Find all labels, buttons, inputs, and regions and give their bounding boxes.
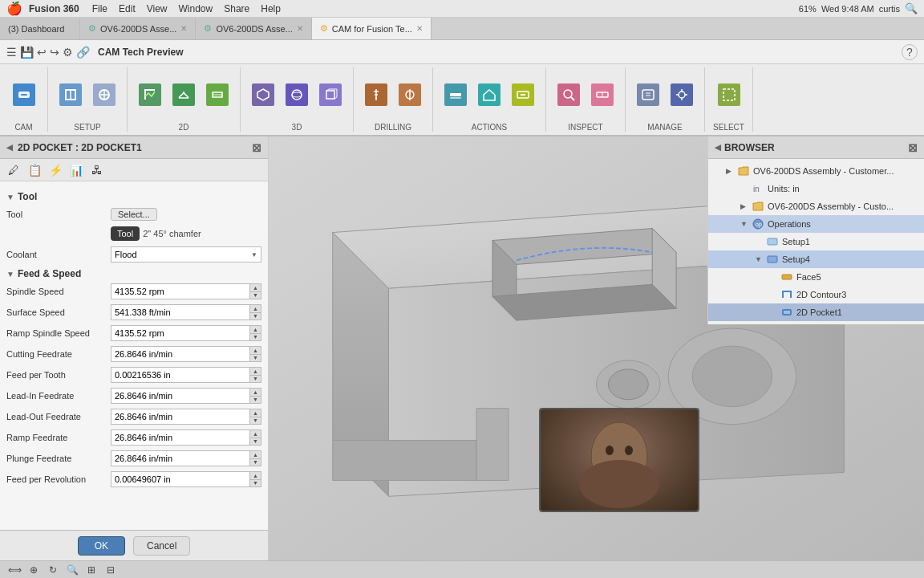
ramp-feedrate-spinner[interactable]: ▲ ▼ [249,430,261,445]
spindle-speed-field[interactable]: 4135.52 rpm [115,287,249,296]
cancel-button[interactable]: Cancel [133,536,190,556]
cutting-feedrate-field[interactable] [115,349,249,359]
tab-ov6-2[interactable]: ⚙ OV6-200DS Asse... ✕ [196,18,311,39]
ramp-feedrate-up[interactable]: ▲ [250,430,261,438]
feed-per-rev-spinner[interactable]: ▲ ▼ [249,472,261,486]
lead-out-spinner[interactable]: ▲ ▼ [249,409,261,424]
menu-share[interactable]: Share [219,3,254,14]
ramp-spindle-up[interactable]: ▲ [250,326,261,334]
panel-close-icon[interactable]: ⊠ [252,141,261,154]
lead-in-feedrate-field[interactable] [115,391,249,401]
setup-btn-1[interactable] [55,75,87,115]
manage-btn-1[interactable] [632,75,664,115]
plunge-feedrate-input[interactable]: ▲ ▼ [111,450,261,466]
browser-title-arrow[interactable]: ◀ [715,143,721,152]
apple-menu[interactable]: 🍎 [6,1,22,16]
menu-help[interactable]: Help [256,3,286,14]
plunge-up[interactable]: ▲ [250,451,261,459]
select-btn-1[interactable] [713,75,745,115]
inspect-btn-1[interactable] [553,75,585,115]
2d-btn-2[interactable] [168,75,200,115]
tab-dashboard[interactable]: (3) Dashboard [0,18,80,39]
tree-item-face5[interactable]: Face5 [708,268,924,286]
cutting-feedrate-up[interactable]: ▲ [250,347,261,355]
surface-speed-field[interactable] [115,307,249,317]
viewport[interactable]: TOP FRONT RIGHT ◀ BROWSER ⊠ ▶ OV [269,136,924,560]
plunge-down[interactable]: ▼ [250,459,261,466]
tree-item-setup4[interactable]: ▼ Setup4 [708,250,924,268]
feed-per-rev-input[interactable]: ▲ ▼ [111,471,261,487]
3d-btn-1[interactable] [247,75,279,115]
ramp-spindle-field[interactable] [115,328,249,338]
panel-arrow-icon[interactable]: ◀ [6,143,13,152]
drilling-btn-2[interactable] [394,75,426,115]
ramp-spindle-spinner[interactable]: ▲ ▼ [249,326,261,340]
tree-item-assembly[interactable]: ▶ OV6-200DS Assembly - Custo... [708,197,924,215]
browser-close-btn[interactable]: ⊠ [908,141,918,154]
lead-in-feedrate-spinner[interactable]: ▲ ▼ [249,389,261,403]
menu-file[interactable]: File [87,3,112,14]
tab-close-2[interactable]: ✕ [297,24,303,33]
feed-per-tooth-input[interactable]: ▲ ▼ [111,367,261,383]
plunge-feedrate-field[interactable] [115,454,249,463]
feed-rev-down[interactable]: ▼ [250,480,261,487]
lead-out-feedrate-field[interactable] [115,412,249,421]
section-feed-header[interactable]: ▼ Feed & Speed [6,268,261,279]
feed-rev-up[interactable]: ▲ [250,472,261,480]
tree-item-pocket1[interactable]: 2D Pocket1 [708,303,924,321]
menu-view[interactable]: View [142,3,172,14]
tree-item-setup1[interactable]: Setup1 [708,233,924,250]
tool-select-btn[interactable]: Select... [111,208,157,221]
ramp-feedrate-input[interactable]: ▲ ▼ [111,429,261,446]
ramp-feedrate-down[interactable]: ▼ [250,438,261,446]
ramp-feedrate-field[interactable] [115,433,249,442]
3d-btn-3[interactable] [314,75,346,115]
panel-tool-4[interactable]: 📊 [67,161,85,179]
panel-tool-3[interactable]: ⚡ [47,161,64,179]
menu-window[interactable]: Window [174,3,218,14]
tab-close-1[interactable]: ✕ [180,24,187,33]
spindle-speed-input[interactable]: 4135.52 rpm ▲ ▼ [111,283,261,299]
tree-item-root[interactable]: ▶ OV6-200DS Assembly - Customer... [708,162,924,180]
panel-tool-5[interactable]: 🖧 [88,161,106,179]
lead-in-down[interactable]: ▼ [250,397,261,404]
cutting-feedrate-spinner[interactable]: ▲ ▼ [249,347,261,361]
section-tool-header[interactable]: ▼ Tool [6,191,261,202]
nav-btn[interactable]: 🔗 [76,46,90,59]
help-btn[interactable]: ? [902,44,918,60]
search-icon[interactable]: 🔍 [905,2,918,14]
ramp-spindle-down[interactable]: ▼ [250,334,261,341]
tree-item-contour3[interactable]: 2D Contour3 [708,286,924,303]
orbit-icon[interactable]: ↻ [45,562,61,578]
lead-in-up[interactable]: ▲ [250,389,261,397]
surface-speed-input[interactable]: ▲ ▼ [111,304,261,320]
2d-btn-3[interactable] [201,75,233,115]
actions-btn-2[interactable] [473,75,505,115]
settings-btn[interactable]: ⚙ [63,46,73,59]
tree-item-units[interactable]: in Units: in [708,180,924,197]
spindle-speed-up[interactable]: ▲ [250,284,261,292]
move-icon[interactable]: ⟺ [6,562,22,578]
tree-item-operations[interactable]: ▼ op Operations [708,215,924,233]
redo-btn[interactable]: ↪ [50,46,59,59]
plunge-feedrate-spinner[interactable]: ▲ ▼ [249,451,261,466]
ok-button[interactable]: OK [78,536,125,556]
undo-btn[interactable]: ↩ [37,46,47,59]
lead-out-feedrate-input[interactable]: ▲ ▼ [111,409,261,425]
manage-btn-2[interactable] [666,75,698,115]
grid-icon[interactable]: ⊟ [103,562,119,578]
setup-btn-2[interactable] [88,75,120,115]
actions-btn-1[interactable] [440,75,472,115]
cam-icon-btn[interactable] [8,75,40,115]
tab-close-3[interactable]: ✕ [416,24,423,33]
feed-per-rev-field[interactable] [115,474,249,484]
panel-tool-1[interactable]: 🖊 [5,161,22,179]
lead-in-feedrate-input[interactable]: ▲ ▼ [111,388,261,404]
zoom-fit-icon[interactable]: ⊕ [26,562,42,578]
3d-btn-2[interactable] [281,75,313,115]
cutting-feedrate-input[interactable]: ▲ ▼ [111,346,261,362]
spindle-speed-down[interactable]: ▼ [250,292,261,299]
feed-per-tooth-down[interactable]: ▼ [250,376,261,383]
cutting-feedrate-down[interactable]: ▼ [250,355,261,362]
surface-speed-spinner[interactable]: ▲ ▼ [249,305,261,320]
